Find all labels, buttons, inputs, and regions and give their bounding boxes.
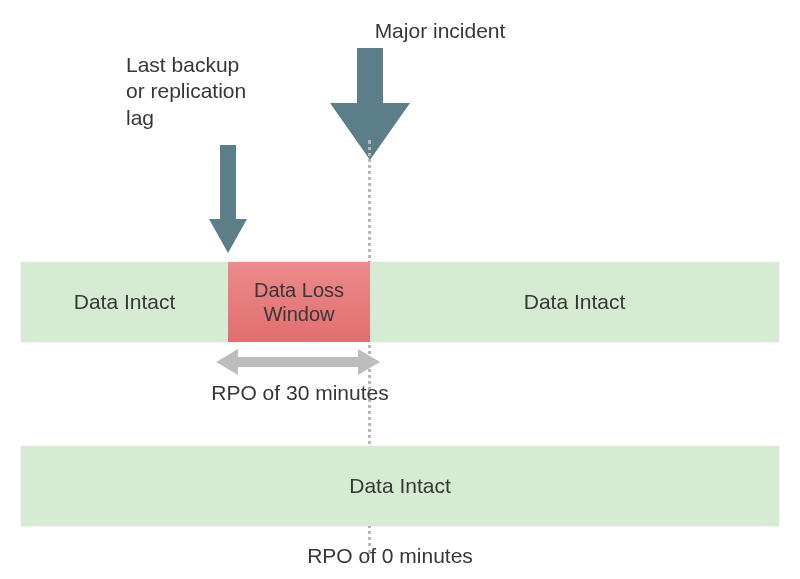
last-backup-line1: Last backup: [126, 53, 239, 76]
last-backup-line3: lag: [126, 106, 154, 129]
segment-data-loss-window: Data Loss Window: [228, 262, 370, 342]
label-major-incident: Major incident: [300, 18, 580, 44]
last-backup-line2: or replication: [126, 79, 246, 102]
segment-data-intact-left: Data Intact: [21, 262, 228, 342]
segment-data-intact-right: Data Intact: [370, 262, 779, 342]
backup-arrow-icon: [209, 145, 247, 253]
label-last-backup: Last backup or replication lag: [126, 52, 296, 131]
rpo-span-arrow-icon: [216, 349, 380, 375]
timeline-bar-rpo-0: Data Intact: [20, 445, 780, 527]
segment-data-intact-full: Data Intact: [21, 446, 779, 526]
data-loss-line1: Data Loss: [254, 279, 344, 301]
data-loss-line2: Window: [263, 303, 334, 325]
timeline-bar-rpo-30: Data Intact Data Loss Window Data Intact: [20, 261, 780, 343]
label-rpo-0: RPO of 0 minutes: [280, 543, 500, 569]
label-rpo-30: RPO of 30 minutes: [190, 380, 410, 406]
